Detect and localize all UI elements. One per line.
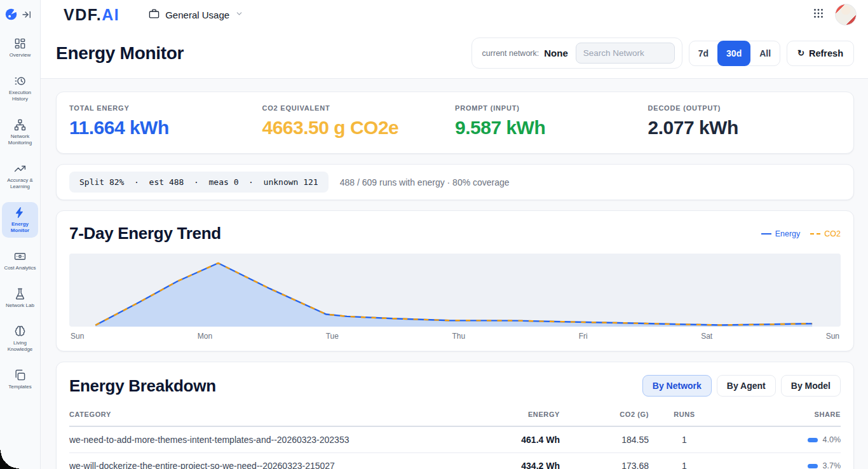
sidebar-item-cost-analytics[interactable]: Cost Analytics: [2, 246, 38, 275]
cell-category: we-need-to-add-more-themes-intent-templa…: [69, 435, 477, 445]
cell-co2: 173.68: [560, 461, 649, 469]
copy-icon: [14, 369, 27, 381]
breakdown-card: Energy Breakdown By Network By Agent By …: [56, 362, 854, 469]
sidebar-item-network-monitoring[interactable]: Network Monitoring: [2, 114, 38, 150]
sidebar-item-network-lab[interactable]: Network Lab: [2, 283, 38, 313]
share-bar: [808, 438, 818, 442]
table-row[interactable]: we-will-dockerize-the-entire-project-so-…: [69, 452, 841, 469]
sidebar-item-label: Network Monitoring: [3, 133, 37, 146]
stat-label: TOTAL ENERGY: [69, 104, 262, 112]
workspace-selector[interactable]: General Usage: [149, 8, 243, 22]
banknote-icon: [14, 250, 27, 262]
cell-share: 3.7%: [720, 461, 841, 469]
stat-value-1: 4663.50 g CO2e: [262, 117, 456, 139]
breakdown-table: CATEGORY ENERGY CO2 (G) RUNS SHARE we-ne…: [69, 408, 841, 469]
legend-item-0: Energy: [761, 229, 801, 238]
co2-legend-swatch: [810, 233, 820, 234]
stat-label: CO2 EQUIVALENT: [262, 104, 456, 112]
sidebar-item-living-knowledge[interactable]: Living Knowledge: [2, 321, 38, 357]
page-title: Energy Monitor: [56, 43, 184, 64]
workspace-label: General Usage: [165, 10, 229, 20]
trend-x-axis: Sun Mon Tue Thu Fri Sat Sun: [69, 332, 841, 341]
column-header-category: CATEGORY: [69, 411, 477, 418]
stat-value-2: 9.587 kWh: [455, 117, 648, 139]
legend-label: Energy: [775, 229, 801, 238]
content: TOTAL ENERGY 11.664 kWh CO2 EQUIVALENT 4…: [41, 79, 868, 469]
column-header-share: SHARE: [720, 411, 841, 418]
range-toggle-group: 7d 30d All: [689, 41, 780, 66]
sidebar: Overview Execution History Network Monit…: [0, 0, 41, 469]
topbar: VDF.AI General Usage: [41, 0, 868, 29]
trend-title: 7-Day Energy Trend: [69, 224, 221, 243]
x-tick: Tue: [326, 332, 339, 341]
stat-total-energy: TOTAL ENERGY 11.664 kWh: [69, 104, 262, 139]
sidebar-item-label: Overview: [10, 52, 31, 58]
stats-card: TOTAL ENERGY 11.664 kWh CO2 EQUIVALENT 4…: [56, 92, 854, 154]
cell-category: we-will-dockerize-the-entire-project-so-…: [69, 461, 477, 469]
sidebar-item-label: Execution History: [3, 90, 37, 102]
x-tick: Sun: [826, 332, 839, 341]
x-tick: Thu: [452, 332, 465, 341]
table-row[interactable]: we-need-to-add-more-themes-intent-templa…: [69, 426, 841, 452]
tab-by-agent[interactable]: By Agent: [717, 375, 776, 397]
refresh-icon: ↻: [797, 48, 804, 58]
sidebar-item-accuracy-learning[interactable]: Accuracy & Learning: [2, 158, 38, 194]
x-tick: Mon: [198, 332, 212, 341]
apps-grid-icon[interactable]: [813, 8, 824, 21]
range-all-button[interactable]: All: [750, 41, 780, 66]
refresh-button[interactable]: ↻ Refresh: [787, 41, 854, 66]
tab-by-model[interactable]: By Model: [781, 375, 841, 397]
sidebar-item-label: Accuracy & Learning: [3, 177, 37, 190]
flask-icon: [14, 287, 27, 300]
split-summary: 488 / 609 runs with energy · 80% coverag…: [340, 177, 510, 187]
share-bar: [808, 464, 818, 468]
stat-prompt-input: PROMPT (INPUT) 9.587 kWh: [455, 104, 648, 139]
stat-value-0: 11.664 kWh: [69, 117, 262, 139]
search-network-input[interactable]: [576, 43, 675, 64]
app-logo-mark: [5, 8, 17, 23]
current-network-label: current network:: [482, 49, 539, 58]
column-header-runs: RUNS: [649, 411, 720, 418]
current-network-value: None: [544, 48, 568, 58]
trend-icon: [14, 162, 27, 175]
stat-value-3: 2.077 kWh: [648, 117, 841, 139]
sidebar-item-label: Templates: [8, 384, 31, 390]
chart-legend: Energy CO2: [761, 229, 841, 238]
stat-label: DECODE (OUTPUT): [648, 104, 841, 112]
share-value: 4.0%: [823, 435, 841, 444]
stat-co2-equivalent: CO2 EQUIVALENT 4663.50 g CO2e: [262, 104, 456, 139]
sidebar-item-label: Cost Analytics: [4, 265, 36, 271]
network-icon: [14, 118, 27, 131]
sidebar-item-label: Network Lab: [6, 302, 34, 309]
stat-decode-output: DECODE (OUTPUT) 2.077 kWh: [648, 104, 841, 139]
cell-co2: 184.55: [560, 435, 649, 445]
brain-icon: [14, 325, 27, 337]
trend-area: [95, 263, 812, 327]
cell-energy: 434.2 Wh: [477, 461, 560, 469]
sidebar-collapse-icon[interactable]: [22, 10, 32, 22]
cell-share: 4.0%: [720, 435, 841, 444]
lightning-icon: [14, 206, 27, 219]
sidebar-item-templates[interactable]: Templates: [2, 365, 38, 394]
trend-card: 7-Day Energy Trend Energy CO2: [56, 210, 854, 351]
app-logo: VDF.AI: [64, 6, 119, 24]
x-tick: Fri: [579, 332, 588, 341]
tab-by-network[interactable]: By Network: [642, 375, 712, 397]
split-pill: Split 82% · est 488 · meas 0 · unknown 1…: [69, 172, 329, 193]
history-icon: [14, 74, 27, 87]
sidebar-item-overview[interactable]: Overview: [2, 33, 38, 62]
cell-energy: 461.4 Wh: [477, 435, 560, 445]
sidebar-item-label: Living Knowledge: [3, 340, 37, 353]
stat-label: PROMPT (INPUT): [455, 104, 648, 112]
user-avatar[interactable]: [835, 4, 857, 25]
sidebar-item-energy-monitor[interactable]: Energy Monitor: [2, 202, 38, 238]
page-header: Energy Monitor current network: None 7d …: [41, 29, 868, 79]
briefcase-icon: [149, 8, 159, 22]
range-7d-button[interactable]: 7d: [689, 41, 717, 66]
legend-label: CO2: [824, 229, 841, 238]
split-card: Split 82% · est 488 · meas 0 · unknown 1…: [56, 164, 854, 200]
current-network-box: current network: None: [471, 37, 682, 69]
sidebar-item-execution-history[interactable]: Execution History: [2, 71, 38, 106]
range-30d-button[interactable]: 30d: [717, 41, 750, 66]
legend-item-1: CO2: [810, 229, 841, 238]
